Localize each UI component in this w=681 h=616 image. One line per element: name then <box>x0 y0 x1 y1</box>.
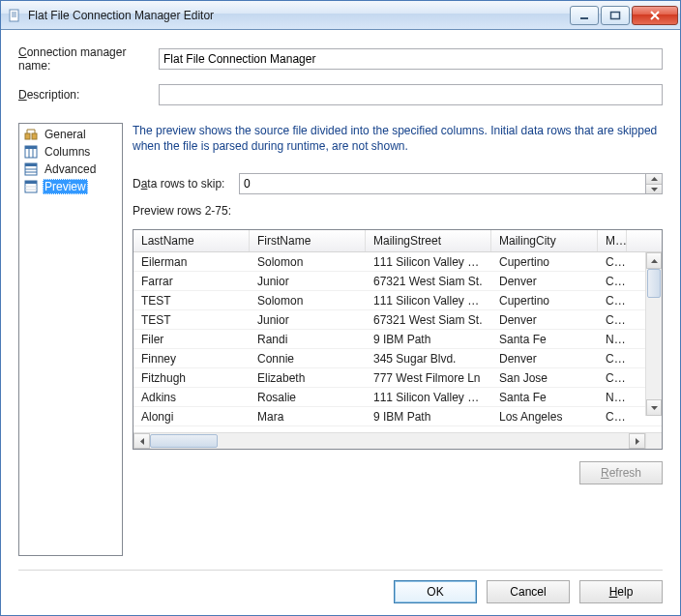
close-button[interactable] <box>632 6 678 25</box>
nav-item-preview[interactable]: Preview <box>21 178 120 195</box>
table-cell: Eilerman <box>133 252 250 271</box>
table-cell: Solomon <box>250 291 366 309</box>
table-cell: CA <box>598 272 627 290</box>
scroll-right-button[interactable] <box>629 433 645 449</box>
scroll-left-button[interactable] <box>133 433 150 449</box>
col-header[interactable]: LastName <box>133 230 250 251</box>
nav-item-columns[interactable]: Columns <box>21 143 120 161</box>
table-cell: Randi <box>250 330 366 348</box>
table-cell: 111 Silicon Valley R... <box>366 388 491 406</box>
table-cell: Adkins <box>133 388 250 406</box>
table-row[interactable]: FitzhughElizabeth777 West Filmore LnSan … <box>133 368 662 388</box>
connection-name-input[interactable] <box>159 48 663 70</box>
refresh-row: Refresh <box>133 461 663 484</box>
table-cell: Santa Fe <box>491 330 598 348</box>
svg-rect-9 <box>25 146 37 149</box>
table-cell: Denver <box>491 272 598 290</box>
col-header[interactable]: Ma <box>598 230 627 251</box>
connection-name-row: Connection manager name: <box>18 45 663 73</box>
separator <box>18 570 663 571</box>
footer-buttons: OK Cancel Help <box>18 580 663 603</box>
table-cell: CA <box>598 407 627 425</box>
description-row: Description: <box>18 84 663 105</box>
table-cell: Denver <box>491 310 598 329</box>
col-header[interactable]: MailingStreet <box>366 230 491 251</box>
spinner-arrows <box>645 174 662 193</box>
nav-item-label: Preview <box>43 179 88 194</box>
scroll-up-button[interactable] <box>646 252 662 269</box>
table-cell: NY <box>598 388 627 406</box>
scroll-thumb[interactable] <box>150 434 218 448</box>
col-header[interactable]: FirstName <box>250 230 366 251</box>
table-cell: Fitzhugh <box>133 368 250 387</box>
nav-item-general[interactable]: General <box>21 126 120 143</box>
app-icon <box>7 8 22 23</box>
scroll-track[interactable] <box>150 433 629 449</box>
help-button[interactable]: Help <box>579 580 663 603</box>
table-row[interactable]: FarrarJunior67321 West Siam St.DenverCA <box>133 272 662 291</box>
scroll-thumb[interactable] <box>647 269 661 298</box>
editor-window: Flat File Connection Manager Editor Conn… <box>0 0 681 616</box>
table-row[interactable]: FilerRandi9 IBM PathSanta FeNY <box>133 330 662 349</box>
window-title: Flat File Connection Manager Editor <box>28 9 568 22</box>
skip-rows-spinner[interactable] <box>239 173 663 194</box>
table-cell: Connie <box>250 349 366 367</box>
content-pane: The preview shows the source file divide… <box>133 123 663 556</box>
spinner-up-button[interactable] <box>646 174 662 185</box>
scroll-down-button[interactable] <box>646 399 662 416</box>
scroll-corner <box>645 433 662 449</box>
table-cell: Mara <box>250 407 366 425</box>
table-cell: CA <box>598 368 627 387</box>
horizontal-scrollbar[interactable] <box>133 432 662 449</box>
refresh-button[interactable]: Refresh <box>579 461 663 484</box>
window-controls <box>568 6 678 25</box>
vertical-scrollbar[interactable] <box>645 252 662 416</box>
table-cell: NY <box>598 330 627 348</box>
svg-rect-13 <box>25 163 37 166</box>
table-cell: TEST <box>133 291 250 309</box>
table-cell: San Jose <box>491 368 598 387</box>
preview-grid[interactable]: LastName FirstName MailingStreet Mailing… <box>133 229 663 450</box>
col-header[interactable]: MailingCity <box>491 230 598 251</box>
table-row[interactable]: TESTJunior67321 West Siam St.DenverCA <box>133 310 662 330</box>
nav-list[interactable]: General Columns Advanced <box>18 123 123 556</box>
skip-rows-label: Data rows to skip: <box>133 177 239 191</box>
spinner-down-button[interactable] <box>646 185 662 194</box>
table-cell: Elizabeth <box>250 368 366 387</box>
top-fields: Connection manager name: Description: <box>18 45 663 105</box>
table-cell: 777 West Filmore Ln <box>366 368 491 387</box>
table-cell: Denver <box>491 349 598 367</box>
table-row[interactable]: EilermanSolomon111 Silicon Valley R...Cu… <box>133 252 662 272</box>
scroll-track[interactable] <box>646 269 662 399</box>
svg-rect-0 <box>10 10 18 21</box>
skip-rows-input[interactable] <box>240 174 645 193</box>
table-row[interactable]: AdkinsRosalie111 Silicon Valley R...Sant… <box>133 388 662 407</box>
table-cell: Solomon <box>250 252 366 271</box>
general-icon <box>23 127 39 142</box>
table-cell: CA <box>598 349 627 367</box>
table-row[interactable]: AlongiMara9 IBM PathLos AngelesCA <box>133 407 662 426</box>
pane-description: The preview shows the source file divide… <box>133 123 663 154</box>
table-row[interactable]: FinneyConnie345 Sugar Blvd.DenverCA <box>133 349 662 368</box>
skip-rows-row: Data rows to skip: <box>133 173 663 194</box>
nav-item-label: General <box>43 127 88 142</box>
advanced-icon <box>23 161 39 177</box>
table-cell: Santa Fe <box>491 388 598 406</box>
svg-rect-4 <box>580 17 588 19</box>
mid-area: General Columns Advanced <box>18 123 663 556</box>
maximize-button[interactable] <box>601 6 630 25</box>
table-row[interactable]: TESTSolomon111 Silicon Valley R...Cupert… <box>133 291 662 310</box>
table-cell: Junior <box>250 272 366 290</box>
table-cell: Rosalie <box>250 388 366 406</box>
nav-item-label: Columns <box>43 144 92 160</box>
table-cell: Junior <box>250 310 366 329</box>
preview-rows-label: Preview rows 2-75: <box>133 204 663 218</box>
table-cell: 9 IBM Path <box>366 407 491 425</box>
description-input[interactable] <box>159 84 663 105</box>
nav-item-advanced[interactable]: Advanced <box>21 161 120 178</box>
cancel-button[interactable]: Cancel <box>487 580 570 603</box>
table-cell: 67321 West Siam St. <box>366 310 491 329</box>
minimize-button[interactable] <box>570 6 599 25</box>
svg-rect-6 <box>25 133 30 139</box>
ok-button[interactable]: OK <box>394 580 477 603</box>
